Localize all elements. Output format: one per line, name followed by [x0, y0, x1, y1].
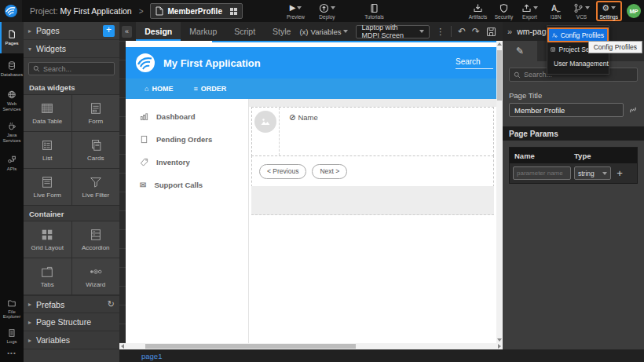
sidebar-item-file-explorer[interactable]: File Explorer: [0, 294, 24, 323]
collapse-left-panel-button[interactable]: «: [122, 26, 132, 38]
vcs-button[interactable]: VCS: [570, 2, 594, 20]
widget-tile-accordion[interactable]: Accordion: [72, 221, 120, 258]
tab-style[interactable]: Style: [264, 22, 299, 41]
widgets-accordion[interactable]: ▾ Widgets: [24, 40, 119, 58]
chevron-down-icon: [297, 6, 302, 9]
nav-item-home[interactable]: ⌂ HOME: [145, 85, 173, 93]
page-canvas[interactable]: My First Application Search ⌂ HOME ≡ ORD…: [126, 41, 496, 343]
tutorials-button[interactable]: Tutorials: [362, 2, 386, 20]
sidebar-item-apis[interactable]: APIs: [0, 148, 24, 179]
security-button[interactable]: Security: [492, 2, 516, 20]
tab-markup[interactable]: Markup: [181, 22, 225, 41]
project-name: My First Application: [60, 6, 132, 16]
page-params-header: Page Params: [503, 126, 644, 141]
log-document-icon: [7, 328, 16, 338]
widget-tile-data-table[interactable]: Data Table: [24, 95, 71, 131]
variables-accordion[interactable]: ▸ Variables: [24, 331, 119, 349]
sidenav-item-inventory[interactable]: Inventory: [126, 151, 248, 174]
kebab-menu-icon[interactable]: ⋮: [436, 27, 445, 37]
artifacts-button[interactable]: Artifacts: [467, 2, 490, 20]
device-selector[interactable]: Laptop with MDPI Screen: [356, 25, 430, 38]
vertical-scrollbar[interactable]: [496, 41, 503, 343]
widget-tile-live-filter[interactable]: Live Filter: [72, 169, 120, 205]
sidebar-item-databases[interactable]: Databases: [0, 53, 24, 85]
chevron-down-icon: [419, 30, 424, 33]
param-type-select[interactable]: string: [574, 166, 611, 180]
tabs-icon: [40, 265, 54, 279]
wavemaker-logo[interactable]: [0, 0, 22, 22]
previous-button[interactable]: < Previous: [259, 164, 306, 179]
vertical-scroll-thumb[interactable]: [497, 50, 502, 101]
pages-accordion[interactable]: ▸ Pages +: [24, 22, 119, 40]
deploy-button[interactable]: Deploy: [315, 2, 338, 20]
picture-icon: [260, 117, 271, 126]
app-title: My First Application: [163, 57, 261, 69]
undo-button[interactable]: ↶: [458, 27, 466, 36]
sidebar-item-java-services[interactable]: Java Services: [0, 116, 24, 148]
chevron-down-icon: [331, 6, 335, 9]
param-name-input[interactable]: [513, 166, 571, 180]
nav-item-order[interactable]: ≡ ORDER: [193, 85, 226, 93]
list-item-card[interactable]: ⊘ Name: [251, 107, 494, 156]
search-icon: [514, 71, 521, 79]
page-selector-dropdown[interactable]: MemberProfile: [150, 3, 243, 19]
next-button[interactable]: Next >: [312, 164, 347, 179]
tab-design[interactable]: Design: [136, 22, 181, 41]
widget-tile-cards[interactable]: Cards: [72, 132, 120, 168]
widget-tile-tabs[interactable]: Tabs: [24, 258, 71, 294]
scroll-up-arrow[interactable]: [497, 42, 502, 46]
widget-search-wrap: Search...: [24, 58, 119, 79]
layout-strip: [249, 99, 496, 107]
prefabs-accordion[interactable]: ▸ Prefabs ↻: [24, 295, 119, 313]
horizontal-scrollbar[interactable]: [119, 343, 503, 349]
widget-search-input[interactable]: Search...: [28, 62, 115, 75]
current-page-name: MemberProfile: [167, 7, 226, 16]
variables-button[interactable]: (x) Variables: [299, 27, 348, 36]
page-title-input[interactable]: [509, 103, 624, 117]
bind-link-icon[interactable]: [628, 105, 638, 115]
pagination-bar: < Previous Next >: [251, 155, 494, 187]
save-button[interactable]: [486, 27, 496, 37]
sidebar-item-web-services[interactable]: Web Services: [0, 85, 24, 116]
widget-tile-list[interactable]: List: [24, 132, 71, 168]
app-preview-header[interactable]: My First Application Search: [126, 47, 496, 79]
refresh-icon[interactable]: ↻: [108, 299, 115, 309]
widget-tile-wizard[interactable]: Wizard: [72, 258, 120, 294]
sidebar-item-pages[interactable]: Pages: [0, 22, 24, 53]
sidenav-item-pending-orders[interactable]: Pending Orders: [126, 128, 248, 151]
card-name-field[interactable]: ⊘ Name: [280, 108, 318, 155]
tab-script[interactable]: Script: [225, 22, 264, 41]
add-page-button[interactable]: +: [103, 25, 115, 37]
horizontal-scroll-thumb[interactable]: [145, 344, 356, 349]
app-side-nav: Dashboard Pending Orders: [126, 99, 249, 343]
widget-tile-grid-layout[interactable]: Grid Layout: [24, 221, 71, 258]
export-button[interactable]: Export: [518, 2, 542, 20]
menu-item-user-management[interactable]: User Management: [547, 57, 609, 71]
open-page-tab[interactable]: page1: [141, 352, 162, 360]
sidenav-item-dashboard[interactable]: Dashboard: [126, 105, 248, 128]
sidebar-item-logs[interactable]: Logs: [0, 323, 24, 349]
caret-down-icon: ▾: [28, 46, 36, 53]
api-connector-icon: [7, 155, 16, 165]
preview-button[interactable]: ▶ Preview: [284, 2, 307, 20]
page-structure-accordion[interactable]: ▸ Page Structure: [24, 313, 119, 331]
scroll-right-arrow[interactable]: [498, 344, 501, 349]
page-title-row: [509, 103, 638, 117]
collapse-right-panel-button[interactable]: »: [507, 27, 512, 36]
app-search-input[interactable]: Search: [456, 57, 493, 69]
redo-button[interactable]: ↷: [472, 27, 480, 36]
i18n-button[interactable]: A I18N: [544, 2, 568, 20]
sidenav-item-support-calls[interactable]: ✉ Support Calls: [126, 174, 248, 196]
image-placeholder[interactable]: [254, 111, 276, 133]
settings-button[interactable]: ⚙ Settings: [596, 1, 623, 21]
widget-tile-form[interactable]: Form: [72, 95, 120, 131]
tab-properties-edit[interactable]: ✎: [503, 41, 537, 61]
scroll-left-arrow[interactable]: [121, 344, 124, 349]
more-options-icon[interactable]: •••: [0, 349, 24, 362]
add-param-button[interactable]: +: [614, 167, 625, 179]
breadcrumb-chevron-icon: >: [139, 7, 144, 16]
caret-right-icon: ▸: [28, 337, 36, 344]
scroll-down-arrow[interactable]: [497, 338, 502, 342]
widget-tile-live-form[interactable]: Live Form: [24, 169, 71, 205]
user-avatar[interactable]: MP: [627, 4, 641, 18]
